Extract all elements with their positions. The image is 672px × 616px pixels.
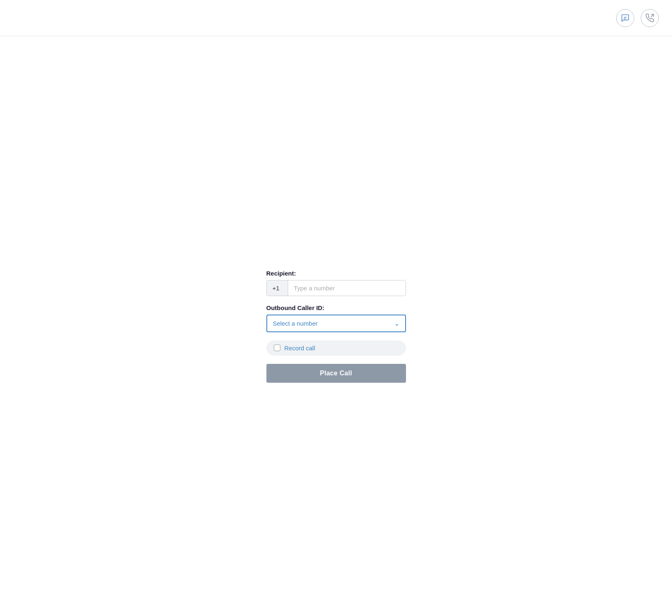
- caller-id-select-text: Select a number: [273, 320, 318, 327]
- caller-id-select[interactable]: Select a number ⌄: [266, 315, 406, 332]
- record-call-label: Record call: [284, 345, 315, 352]
- recipient-label: Recipient:: [266, 270, 406, 277]
- phone-input-row: +1: [266, 280, 406, 296]
- call-form: Recipient: +1 Outbound Caller ID: Select…: [266, 270, 406, 383]
- header: [0, 0, 672, 36]
- outbound-call-icon-button[interactable]: [641, 9, 659, 27]
- phone-number-input[interactable]: [288, 280, 406, 296]
- chat-icon-button[interactable]: [616, 9, 634, 27]
- svg-line-2: [651, 14, 654, 16]
- caller-id-label: Outbound Caller ID:: [266, 304, 406, 311]
- record-call-checkbox[interactable]: [274, 345, 280, 351]
- place-call-button[interactable]: Place Call: [266, 364, 406, 383]
- chat-icon: [621, 14, 630, 23]
- record-call-row[interactable]: Record call: [266, 340, 406, 356]
- phone-outbound-icon: [645, 14, 654, 23]
- chevron-down-icon: ⌄: [394, 319, 399, 327]
- caller-id-field-group: Outbound Caller ID: Select a number ⌄: [266, 304, 406, 332]
- main-content: Recipient: +1 Outbound Caller ID: Select…: [0, 36, 672, 616]
- country-code: +1: [267, 280, 288, 296]
- recipient-field-group: Recipient: +1: [266, 270, 406, 296]
